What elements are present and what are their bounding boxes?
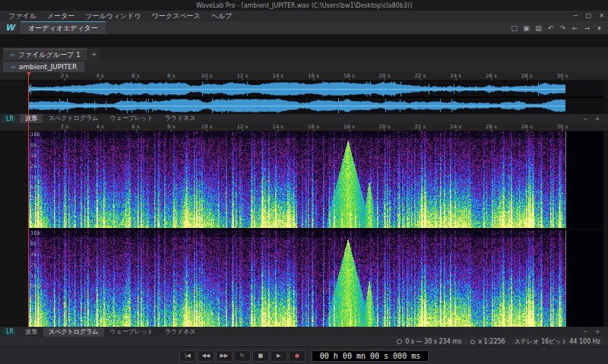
zoom-in-icon[interactable]: +: [593, 328, 602, 335]
window-controls: − □ ×: [569, 11, 608, 21]
restore-button[interactable]: □: [582, 11, 595, 21]
ruler-tick: 14 s: [272, 72, 283, 81]
go-to-start-button[interactable]: |◀: [179, 350, 196, 362]
freq-scale-label: 250: [30, 294, 40, 300]
tab-file-ambient-jupiter[interactable]: ≈ ambient_JUPITER: [3, 62, 84, 72]
main-tab-spectrogram[interactable]: スペクトログラム: [43, 328, 104, 337]
ruler-tick: 4 s: [96, 72, 103, 81]
play-button[interactable]: ▶: [271, 350, 287, 362]
ruler-tick: 16 s: [308, 123, 319, 131]
ruler-tick: 20 s: [379, 72, 391, 81]
freq-scale-label: 4k: [30, 153, 37, 159]
record-button[interactable]: ●: [289, 350, 306, 362]
spectrogram-left-channel[interactable]: [29, 131, 603, 228]
freq-scale-label: 4k: [30, 252, 37, 258]
freq-scale-label: 60: [30, 315, 37, 321]
nav-back-icon[interactable]: ←: [569, 23, 581, 33]
freq-scale-label: 16k: [30, 230, 40, 236]
menu-items: ファイルメーターツールウィンドウワークスペースヘルプ: [3, 11, 237, 21]
ruler-tick: 4 s: [96, 123, 103, 131]
close-button[interactable]: ×: [595, 11, 608, 21]
freq-scale-label: 2k: [30, 262, 37, 268]
freq-scale-label: 8k: [30, 142, 37, 148]
new-file-icon[interactable]: □: [508, 23, 520, 33]
main-tab-waveform[interactable]: 波形: [20, 328, 43, 337]
ruler-tick: 12 s: [236, 123, 248, 131]
overview-tab-wavelet[interactable]: ウェーブレット: [105, 114, 159, 123]
open-folder-icon[interactable]: ▣: [521, 23, 532, 33]
main-ruler[interactable]: 2 s4 s6 s8 s10 s12 s14 s16 s18 s20 s22 s…: [0, 123, 608, 131]
freq-scale-label: 8k: [30, 241, 37, 247]
ruler-tick: 26 s: [486, 72, 497, 81]
freq-scale-label: 60: [30, 217, 37, 223]
menu-item[interactable]: ファイル: [3, 11, 42, 21]
freq-scale-label: 125: [30, 206, 40, 212]
ruler-tick: 22 s: [414, 123, 426, 131]
menu-item[interactable]: ヘルプ: [206, 11, 238, 21]
ruler-tick: 16 s: [308, 72, 319, 81]
minimize-button[interactable]: −: [569, 11, 582, 21]
ruler-tick: 30 s: [557, 123, 568, 131]
ruler-tick: 24 s: [450, 72, 461, 81]
magnifier-icon: [470, 340, 475, 344]
tab-audio-editor[interactable]: オーディオエディター: [21, 21, 106, 34]
add-file-group-button[interactable]: +: [88, 49, 100, 60]
ruler-tick: 10 s: [201, 123, 213, 131]
rewind-button[interactable]: ◀◀: [198, 350, 214, 362]
zoom-out-icon[interactable]: −: [581, 328, 590, 335]
waveform-icon: ≈: [10, 52, 15, 59]
ruler-tick: 30 s: [557, 72, 568, 81]
menu-item[interactable]: ツールウィンドウ: [80, 11, 146, 21]
status-time-range: 0 s — 30 s 234 ms: [405, 338, 461, 345]
ruler-tick: 8 s: [167, 72, 175, 81]
main-tab-wavelet[interactable]: ウェーブレット: [105, 328, 159, 337]
freq-scale-label: 125: [30, 305, 40, 311]
overview-tab-spectrogram[interactable]: スペクトログラム: [43, 114, 104, 123]
clock-icon: [397, 339, 402, 344]
loop-button[interactable]: ↻: [234, 350, 251, 362]
status-time-range-item[interactable]: 0 s — 30 s 234 ms: [397, 338, 461, 345]
zoom-out-icon[interactable]: −: [581, 116, 590, 122]
overview-tab-loudness[interactable]: ラウドネス: [160, 114, 201, 123]
dropdown-icon[interactable]: ▾: [594, 23, 605, 33]
ruler-tick: 14 s: [272, 123, 283, 131]
fast-forward-button[interactable]: ▶▶: [216, 350, 233, 362]
undo-icon[interactable]: ↶: [545, 23, 556, 33]
overview-tab-waveform[interactable]: 波形: [20, 114, 43, 123]
status-format-item[interactable]: ステレオ 16ビット 44 100 Hz: [515, 337, 600, 346]
playhead-cursor[interactable]: [28, 72, 29, 327]
overview-waveform-canvas[interactable]: [29, 81, 603, 114]
freq-scale-label: 500: [30, 283, 40, 290]
main-tab-loudness[interactable]: ラウドネス: [160, 328, 201, 337]
redo-icon[interactable]: ↷: [557, 23, 568, 33]
file-tab-bar: ≈ ambient_JUPITER: [0, 60, 608, 72]
time-display[interactable]: 00 h 00 mn 00 s 000 ms: [312, 350, 429, 362]
zoom-in-icon[interactable]: +: [593, 116, 602, 122]
menu-item[interactable]: ワークスペース: [147, 11, 206, 21]
main-channel-badge[interactable]: LR: [3, 328, 17, 336]
ruler-tick: 28 s: [521, 123, 533, 131]
overview-ruler[interactable]: 2 s4 s6 s8 s10 s12 s14 s16 s18 s20 s22 s…: [0, 72, 608, 81]
freq-scale-label: 1k: [30, 273, 37, 279]
file-group-label: ファイルグループ 1: [18, 50, 81, 60]
overview-view-tools: −+: [581, 116, 608, 122]
nav-forward-icon[interactable]: →: [581, 23, 593, 33]
file-tab-label: ambient_JUPITER: [19, 63, 78, 71]
menu-item[interactable]: メーター: [42, 11, 80, 21]
tab-file-group-1[interactable]: ≈ ファイルグループ 1: [3, 49, 87, 60]
status-bar: 0 s — 30 s 234 ms x 1:2256 ステレオ 16ビット 44…: [0, 337, 608, 347]
freq-scale-label: 2k: [30, 163, 37, 169]
ruler-tick: 22 s: [414, 72, 426, 81]
ruler-tick: 18 s: [344, 123, 355, 131]
file-group-bar: ≈ ファイルグループ 1 +: [0, 47, 608, 60]
main-view-tabs: LR波形スペクトログラムウェーブレットラウドネス−+: [0, 327, 608, 337]
ruler-tick: 28 s: [521, 72, 533, 81]
spectrogram-panel: 16k8k4k2k1k5002501256016k8k4k2k1k5002501…: [0, 131, 608, 327]
spectrogram-right-channel[interactable]: [29, 230, 603, 327]
overview-channel-badge[interactable]: LR: [3, 115, 17, 123]
status-zoom-item[interactable]: x 1:2256: [470, 338, 505, 345]
save-icon[interactable]: ▤: [533, 23, 544, 33]
main-view-tools: −+: [581, 328, 608, 335]
audio-file-icon: ≈: [11, 64, 16, 71]
stop-button[interactable]: ■: [252, 350, 269, 362]
